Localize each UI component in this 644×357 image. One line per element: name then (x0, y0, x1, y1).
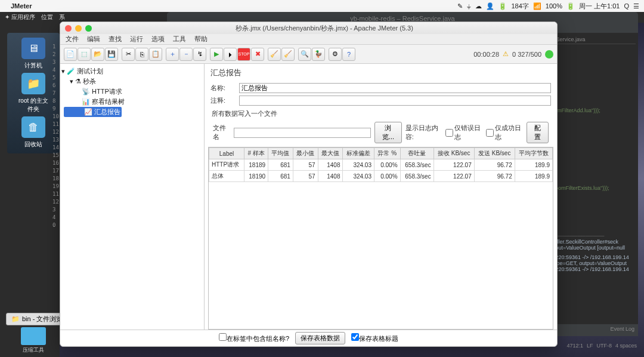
tree-result-tree[interactable]: 📊 察看结果树 (61, 97, 203, 107)
tree-threadgroup[interactable]: ▾ ⚗ 秒杀 (61, 76, 203, 87)
shutdown-button[interactable]: ✖ (251, 48, 264, 61)
folder-icon: 📁 (11, 315, 20, 323)
search-button[interactable]: 🔍 (298, 48, 311, 61)
file-section-label: 所有数据写入一个文件 (205, 107, 557, 121)
http-icon: 📡 (82, 88, 90, 96)
cut-button[interactable]: ✂ (122, 48, 135, 61)
templates-button[interactable]: ⬚ (78, 48, 91, 61)
save-button[interactable]: 💾 (105, 48, 118, 61)
log-display-label: 显示日志内容: (405, 124, 442, 141)
comment-label: 注释: (210, 96, 236, 105)
menu-tools[interactable]: 工具 (170, 35, 189, 44)
collapse-button[interactable]: － (179, 48, 193, 61)
jmeter-menu-bar: 文件 编辑 查找 运行 选项 工具 帮助 (60, 34, 557, 45)
jmeter-title: 秒杀.jmx (/Users/chenyanbin/秒杀.jmx) - Apac… (92, 24, 557, 33)
desktop-icon-computer[interactable]: 🖥 计算机 (18, 38, 48, 70)
reset-search-button[interactable]: 🦆 (312, 48, 325, 61)
gnome-apps[interactable]: ✦ 应用程序 (5, 13, 35, 21)
ime-status[interactable]: 184字 (511, 2, 528, 11)
menu-options[interactable]: 选项 (148, 35, 168, 44)
function-helper-button[interactable]: ⚙ (329, 48, 342, 61)
menu-edit[interactable]: 编辑 (84, 35, 103, 44)
new-button[interactable]: 📄 (64, 48, 77, 61)
threadgroup-icon: ⚗ (75, 78, 81, 85)
report-icon: 📈 (84, 108, 92, 116)
only-error-checkbox[interactable]: 仅错误日志 (445, 124, 482, 141)
save-header-checkbox[interactable]: 保存表格标题 (351, 333, 398, 343)
mac-menu-bar: JMeter ✎⏚☁ 👤🔋 184字 📶 100% 🔋 周一 上午1:01 Q … (0, 0, 644, 12)
paste-button[interactable]: 📋 (149, 48, 162, 61)
menu-run[interactable]: 运行 (127, 35, 146, 44)
clear-button[interactable]: 🧹 (268, 48, 281, 61)
minimize-icon[interactable] (75, 25, 82, 32)
tree-toggle-icon[interactable]: ▾ (61, 67, 65, 75)
tree-root[interactable]: ▾ 🧪 测试计划 (61, 66, 203, 76)
column-header[interactable]: Label (209, 148, 244, 159)
intellij-editor[interactable]: isService.java oomFilterAdd.lua"))); blo… (549, 33, 638, 333)
table-row[interactable]: HTTP请求18189681571408324.030.00%658.3/sec… (209, 159, 553, 171)
column-header[interactable]: 吞吐量 (400, 148, 434, 159)
desktop-icon-home[interactable]: 📁 root 的主文件夹 (18, 73, 48, 113)
name-input[interactable] (239, 83, 551, 93)
column-header[interactable]: 异常 % (374, 148, 400, 159)
desktop-icons-panel: 🖥 计算机 📁 root 的主文件夹 🗑 回收站 (7, 33, 60, 153)
jmeter-window: 秒杀.jmx (/Users/chenyanbin/秒杀.jmx) - Apac… (60, 21, 558, 347)
filename-input[interactable] (234, 128, 371, 138)
warning-icon[interactable]: ⚠ (503, 50, 509, 58)
column-header[interactable]: 平均字节数 (515, 148, 552, 159)
comment-input[interactable] (239, 96, 551, 106)
column-header[interactable]: 平均值 (268, 148, 293, 159)
expand-button[interactable]: ＋ (166, 48, 179, 61)
table-row[interactable]: 总体18190681571408324.030.00%658.3/sec122.… (209, 171, 553, 182)
close-icon[interactable] (65, 25, 72, 32)
only-success-checkbox[interactable]: 仅成功日志 (486, 124, 523, 141)
copy-button[interactable]: ⎘ (135, 48, 148, 61)
app-name[interactable]: JMeter (11, 2, 32, 10)
column-header[interactable]: 标准偏差 (343, 148, 374, 159)
test-plan-tree[interactable]: ▾ 🧪 测试计划 ▾ ⚗ 秒杀 📡 HTTP请求 📊 察看结果树 📈 汇总报告 (60, 64, 205, 330)
config-button[interactable]: 配置 (527, 122, 549, 143)
start-button[interactable]: ▶ (210, 48, 223, 61)
clock[interactable]: 周一 上午1:01 (579, 2, 620, 11)
report-footer: 在标签中包含组名称? 保存表格数据 保存表格标题 (60, 330, 557, 346)
timer-label: 00:00:28 (473, 51, 499, 58)
column-header[interactable]: 最大值 (318, 148, 343, 159)
dock-folder[interactable]: 压缩工具 (21, 327, 46, 354)
intellij-title: yb-mobile-redis – RedisService.java (167, 12, 638, 22)
column-header[interactable]: 接收 KB/sec (434, 148, 474, 159)
jmeter-toolbar: 📄 ⬚ 📂 💾 ✂ ⎘ 📋 ＋ － ↯ ▶ ⏵ STOP ✖ 🧹 🧹 🔍 🦆 ⚙… (60, 45, 557, 64)
jmeter-titlebar[interactable]: 秒杀.jmx (/Users/chenyanbin/秒杀.jmx) - Apac… (60, 22, 557, 34)
browse-button[interactable]: 浏览... (374, 122, 402, 143)
column-header[interactable]: # 样本 (244, 148, 268, 159)
include-group-checkbox[interactable]: 在标签中包含组名称? (219, 333, 289, 343)
stop-button[interactable]: STOP (237, 48, 250, 61)
save-table-data-button[interactable]: 保存表格数据 (295, 332, 345, 344)
testplan-icon: 🧪 (67, 67, 75, 75)
tree-toggle-icon[interactable]: ▾ (70, 78, 73, 85)
start-no-pause-button[interactable]: ⏵ (224, 48, 237, 61)
column-header[interactable]: 最小值 (293, 148, 318, 159)
name-label: 名称: (210, 84, 236, 93)
tree-http-request[interactable]: 📡 HTTP请求 (61, 87, 203, 97)
running-indicator-icon (545, 50, 553, 59)
open-button[interactable]: 📂 (91, 48, 104, 61)
spotlight-icon[interactable]: Q (624, 2, 629, 10)
filename-label: 文件名 (213, 124, 230, 141)
panel-heading: 汇总报告 (205, 64, 557, 82)
maximize-icon[interactable] (85, 25, 92, 32)
menu-help[interactable]: 帮助 (191, 35, 210, 44)
menu-search[interactable]: 查找 (106, 35, 125, 44)
clear-all-button[interactable]: 🧹 (281, 48, 295, 61)
menu-file[interactable]: 文件 (63, 35, 82, 44)
tree-summary-report[interactable]: 📈 汇总报告 (64, 107, 122, 117)
thread-counter: 0 327/500 (512, 51, 541, 58)
battery-pct[interactable]: 100% (546, 2, 562, 10)
intellij-status: Event Log (549, 324, 638, 336)
column-header[interactable]: 发送 KB/sec (474, 148, 515, 159)
help-button[interactable]: ? (342, 48, 355, 61)
desktop-icon-trash[interactable]: 🗑 回收站 (18, 116, 48, 149)
gnome-places[interactable]: 位置 (41, 13, 53, 21)
summary-report-panel: 汇总报告 名称: 注释: 所有数据写入一个文件 文件名 浏览... 显示日志内容… (205, 64, 557, 330)
summary-table[interactable]: Label# 样本平均值最小值最大值标准偏差异常 %吞吐量接收 KB/sec发送… (209, 147, 553, 182)
toggle-button[interactable]: ↯ (193, 48, 206, 61)
